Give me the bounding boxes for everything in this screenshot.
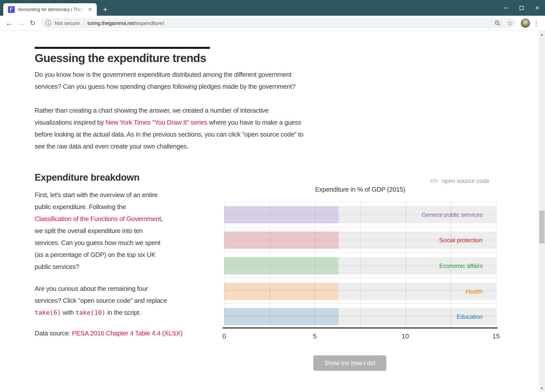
scroll-down-icon[interactable]: ▼ [539,385,545,392]
maximize-icon [520,6,524,10]
x-tick-0: 0 [222,332,226,340]
magnifier-plus-icon [494,20,501,26]
guess-bar-health[interactable] [224,283,338,300]
col-p2-line3-mid: with [61,309,75,316]
page-title: Guessing the expenditure trends [35,51,206,65]
page-scrollbar[interactable]: ▲ ▼ [539,31,545,392]
intro-p2-line2-post: where you have to make a guess [207,119,301,126]
heading-rule [35,47,210,49]
security-status: Not secure [55,20,80,26]
new-tab-button[interactable]: + [101,5,110,14]
address-bar[interactable]: ⓘ Not secure turing.thegamma.net/expendi… [41,18,516,28]
open-source-code-label: open source code [442,177,489,184]
intro-p2-line3: before looking at the actual data. As in… [35,128,303,140]
intro-paragraph-2: Rather than creating a chart showing the… [35,104,303,152]
show-me-how-i-did-button[interactable]: Show me how I did [313,355,386,371]
code-take10: take(10) [76,309,106,316]
cofog-link[interactable]: Classification of the Functions of Gover… [35,215,161,223]
col-p2-line3-end: in the script. [106,309,141,316]
window-controls: × [498,0,545,16]
code-take6: take(6) [35,309,61,316]
category-label-health: Health [466,283,483,300]
section-title: Expenditure breakdown [35,172,139,183]
browser-titlebar: Γ Accounting for democracy | The A × + × [0,0,545,16]
bookmark-star-icon[interactable]: ☆ [506,16,514,30]
back-button[interactable]: ← [3,16,15,30]
category-label-education: Education [456,308,483,325]
page-content: Guessing the expenditure trends Do you k… [0,31,539,392]
col-p1-line3: Classification of the Functions of Gover… [35,213,163,225]
col-p2-line3: take(6) with take(10) in the script. [35,307,167,319]
code-brackets-icon: </> [430,178,438,184]
gamma-favicon-icon: Γ [8,6,15,13]
maximize-button[interactable] [514,0,529,16]
open-source-code-link[interactable]: </> open source code [430,177,489,184]
close-tab-icon[interactable]: × [86,3,94,16]
guess-bar-economic-affairs[interactable] [224,257,338,274]
url-divider [84,20,84,26]
zoom-icon[interactable] [494,16,501,30]
category-label-economic-affairs: Economic affairs [439,257,483,274]
guess-bar-education[interactable] [224,308,338,325]
col-p1-line2: public expenditure. Following the [35,201,163,213]
x-tick-15: 15 [493,332,500,340]
url-path: /expenditure/ [134,20,164,26]
browser-toolbar: ← → ↻ ⓘ Not secure turing.thegamma.net/e… [0,16,545,30]
x-tick-5: 5 [313,332,317,340]
scrollbar-thumb[interactable] [539,211,545,243]
browser-menu-icon[interactable]: ⋮ [532,16,541,30]
col-p1-line6: (as a percentage of GDP) on the top six … [35,249,163,261]
minimize-button[interactable] [498,0,514,16]
col-p1-line7: public services? [35,261,163,273]
column-paragraph-1: First, let's start with the overview of … [35,189,163,273]
intro-p2-line1: Rather than creating a chart showing the… [35,104,303,116]
col-p1-line3-post: , [161,215,163,223]
tab-title: Accounting for democracy | The A [18,7,85,12]
scroll-up-icon[interactable]: ▲ [539,31,545,38]
intro-p2-line2-pre: visualizations inspired by [35,119,106,126]
chart-title: Expenditure in % of GDP (2015) [224,186,496,193]
data-source-label: Data source: [35,329,72,337]
pesa-data-link[interactable]: PESA 2016 Chapter 4 Table 4.4 (XLSX) [72,329,182,337]
close-window-icon: × [535,4,539,11]
info-icon[interactable]: ⓘ [45,19,51,27]
intro-p2-line2: visualizations inspired by New York Time… [35,116,303,128]
expenditure-guess-chart[interactable]: General public services Social protectio… [224,201,496,327]
reload-button[interactable]: ↻ [27,16,38,30]
col-p1-line5: services. Can you guess how much we spen… [35,237,163,249]
nyt-you-draw-it-link[interactable]: New York Times "You Draw It" series [106,119,207,126]
minimize-icon [504,8,508,8]
intro-p1-line1: Do you know how is the government expend… [35,69,295,80]
profile-avatar[interactable] [521,18,530,28]
col-p1-line4: we split the overall expenditure into te… [35,225,163,237]
x-tick-10: 10 [402,332,409,340]
url-text: turing.thegamma.net/expenditure/ [88,20,164,26]
col-p2-line2: services? Click "open source code" and r… [35,295,167,307]
data-source-line: Data source: PESA 2016 Chapter 4 Table 4… [35,329,183,337]
x-axis-line [223,327,498,328]
col-p2-line1: Are you curious about the remaining four [35,283,167,295]
intro-p2-line4: see the raw data and even create your ow… [35,140,303,152]
url-host: turing.thegamma.net [88,20,135,26]
browser-tab[interactable]: Γ Accounting for democracy | The A × [3,3,97,16]
forward-button[interactable]: → [15,16,27,30]
close-window-button[interactable]: × [529,0,545,16]
intro-p1-line2: services? Can you guess how spending cha… [35,80,295,92]
col-p1-line1: First, let's start with the overview of … [35,189,163,201]
intro-paragraph-1: Do you know how is the government expend… [35,69,295,92]
column-paragraph-2: Are you curious about the remaining four… [35,283,167,319]
